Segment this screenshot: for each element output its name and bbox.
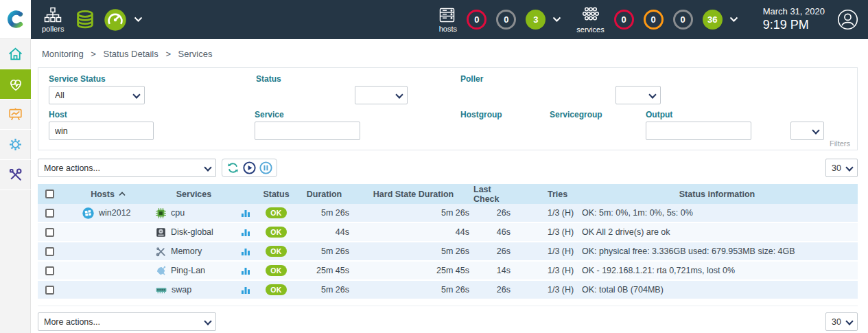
service-name[interactable]: Ping-Lan — [171, 266, 205, 275]
breadcrumb-status-details[interactable]: Status Details — [104, 49, 159, 59]
pollers-chevron-icon[interactable] — [134, 16, 143, 23]
host-name[interactable]: win2012 — [99, 208, 131, 218]
services-chevron-icon[interactable] — [729, 16, 738, 23]
service-cell[interactable]: Memory — [154, 242, 233, 260]
services-icon — [580, 6, 600, 24]
column-tries[interactable]: Tries — [515, 190, 576, 199]
services-ok-counter[interactable]: 36 — [703, 10, 723, 30]
sidebar-item-configuration[interactable] — [0, 130, 31, 160]
top-bar: pollers — [0, 0, 868, 39]
column-services[interactable]: Services — [154, 190, 233, 199]
table-row: win2012cpuOK5m 26s5m 26s26s1/3 (H)OK: 5m… — [38, 204, 858, 223]
host-cell[interactable]: win2012 — [62, 204, 154, 222]
hosts-status[interactable]: hosts — [438, 7, 457, 33]
service-cell[interactable]: swap — [154, 281, 233, 299]
hostgroup-label: Hostgroup — [460, 110, 502, 119]
service-cell[interactable]: Disk-global — [154, 223, 233, 241]
graph-icon[interactable] — [241, 208, 250, 218]
page-size-select[interactable]: 30 — [825, 159, 858, 177]
services-group: services 0 0 0 36 — [576, 6, 738, 34]
table-row: MemoryOK5m 26s5m 26s26s1/3 (H)OK: physic… — [38, 242, 858, 262]
duration-cell: 5m 26s — [295, 204, 353, 222]
duration-cell: 44s — [295, 223, 353, 241]
row-checkbox[interactable] — [45, 286, 54, 295]
column-duration[interactable]: Duration — [295, 190, 353, 199]
graph-icon[interactable] — [241, 246, 250, 256]
centreon-c-icon — [5, 9, 26, 30]
duration-cell: 5m 26s — [295, 281, 353, 299]
hosts-down-counter[interactable]: 0 — [467, 10, 486, 30]
pollers-group: pollers — [42, 7, 143, 33]
page-size-bottom-select[interactable]: 30 — [825, 312, 858, 331]
column-status-information[interactable]: Status information — [576, 190, 858, 199]
pollers-status[interactable]: pollers — [42, 7, 64, 33]
service-status-select[interactable]: All — [49, 86, 145, 104]
sidebar-item-administration[interactable] — [0, 160, 31, 190]
output-input[interactable] — [646, 122, 751, 140]
hard-state-duration-cell: 44s — [353, 223, 473, 241]
host-field-wrap — [49, 122, 154, 140]
column-status[interactable]: Status — [257, 190, 295, 199]
pause-button[interactable] — [259, 161, 272, 174]
poller-label: Poller — [460, 74, 483, 84]
gauge-icon — [104, 8, 127, 32]
service-name[interactable]: Disk-global — [171, 227, 213, 237]
graph-icon[interactable] — [241, 266, 250, 275]
services-unknown-counter[interactable]: 0 — [673, 10, 693, 30]
more-actions-select[interactable]: More actions... — [38, 159, 216, 177]
graph-icon[interactable] — [241, 227, 250, 237]
last-check-cell: 26s — [473, 204, 515, 222]
service-name[interactable]: Memory — [171, 246, 202, 256]
last-check-cell: 14s — [473, 262, 515, 279]
column-hosts[interactable]: Hosts — [62, 190, 154, 199]
select-all-cell — [38, 190, 62, 198]
service-cell[interactable]: Ping-Lan — [154, 262, 233, 279]
last-check-cell: 26s — [473, 281, 515, 299]
centreon-logo[interactable] — [0, 0, 31, 39]
user-menu-button[interactable] — [837, 9, 858, 30]
hosts-unreachable-counter[interactable]: 0 — [496, 10, 516, 30]
hosts-chevron-icon[interactable] — [552, 16, 561, 23]
row-checkbox-cell — [38, 223, 62, 241]
column-last-check[interactable]: Last Check — [473, 185, 515, 204]
servicegroup-select[interactable] — [790, 122, 824, 140]
select-all-checkbox[interactable] — [45, 190, 54, 198]
row-checkbox-cell — [38, 204, 62, 222]
status-select[interactable] — [355, 86, 408, 104]
play-button[interactable] — [243, 161, 256, 174]
refresh-button[interactable] — [226, 161, 239, 174]
services-warning-counter[interactable]: 0 — [644, 10, 664, 30]
row-checkbox[interactable] — [45, 247, 54, 256]
status-cell: OK — [257, 204, 295, 222]
service-name[interactable]: cpu — [171, 208, 185, 218]
row-checkbox[interactable] — [45, 228, 54, 237]
breadcrumb-monitoring[interactable]: Monitoring — [42, 49, 84, 59]
row-checkbox[interactable] — [45, 266, 54, 275]
row-checkbox[interactable] — [45, 209, 54, 218]
sidebar-item-home[interactable] — [0, 39, 31, 69]
heart-pulse-icon — [8, 76, 24, 93]
status-cell: OK — [257, 281, 295, 299]
memory-tools-icon — [156, 246, 166, 257]
output-field-wrap — [646, 122, 751, 140]
service-cell[interactable]: cpu — [154, 204, 233, 222]
column-hard-state-duration[interactable]: Hard State Duration — [353, 190, 473, 199]
latency-status[interactable] — [104, 8, 127, 32]
database-status[interactable] — [75, 9, 95, 31]
column-status-label: Status — [263, 190, 289, 199]
centreon-app: pollers — [0, 0, 868, 333]
play-icon — [243, 161, 256, 174]
hosts-up-counter[interactable]: 3 — [526, 10, 546, 30]
sidebar-item-reporting[interactable] — [0, 100, 31, 130]
status-badge: OK — [266, 265, 286, 276]
service-name[interactable]: swap — [172, 285, 191, 295]
host-input[interactable] — [49, 122, 154, 140]
graph-icon[interactable] — [241, 285, 250, 295]
services-status[interactable]: services — [576, 6, 604, 34]
more-actions-bottom-select[interactable]: More actions... — [38, 312, 216, 331]
status-badge: OK — [266, 246, 286, 257]
poller-select[interactable] — [615, 86, 661, 104]
sidebar-item-monitoring[interactable] — [0, 69, 31, 100]
service-input[interactable] — [255, 122, 360, 140]
services-critical-counter[interactable]: 0 — [614, 10, 634, 30]
